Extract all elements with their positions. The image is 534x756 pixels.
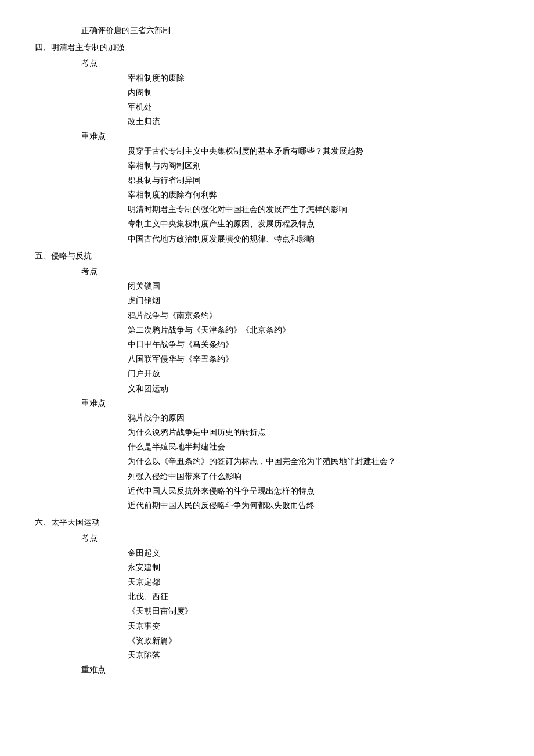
list-item: 近代前期中国人民的反侵略斗争为何都以失败而告终: [128, 498, 499, 513]
list-item: 五、侵略与反抗: [35, 249, 499, 263]
list-item: 正确评价唐的三省六部制: [81, 23, 499, 38]
list-item: 为什么以《辛丑条约》的签订为标志，中国完全沦为半殖民地半封建社会？: [128, 454, 499, 469]
list-item: 鸦片战争的原因: [128, 411, 499, 425]
list-item: 明清时期君主专制的强化对中国社会的发展产生了怎样的影响: [128, 202, 499, 217]
list-item: 六、太平天国运动: [35, 515, 499, 530]
list-item: 重难点: [81, 396, 499, 411]
list-item: 考点: [81, 531, 499, 545]
list-item: 天京定都: [128, 575, 499, 589]
list-item: 天京事变: [128, 619, 499, 633]
list-item: 郡县制与行省制异同: [128, 173, 499, 188]
list-item: 贯穿于古代专制主义中央集权制度的基本矛盾有哪些？其发展趋势: [128, 144, 499, 159]
list-item: 金田起义: [128, 546, 499, 560]
list-item: 永安建制: [128, 560, 499, 575]
list-item: 闭关锁国: [128, 279, 499, 293]
list-item: 宰相制度的废除有何利弊: [128, 188, 499, 202]
list-item: 近代中国人民反抗外来侵略的斗争呈现出怎样的特点: [128, 484, 499, 498]
list-item: 义和团运动: [128, 381, 499, 396]
list-item: 宰相制与内阁制区别: [128, 159, 499, 173]
list-item: 《天朝田亩制度》: [128, 604, 499, 618]
list-item: 重难点: [81, 663, 499, 677]
list-item: 内阁制: [128, 85, 499, 100]
list-item: 第二次鸦片战争与《天津条约》《北京条约》: [128, 323, 499, 337]
list-item: 改土归流: [128, 114, 499, 129]
list-item: 中国古代地方政治制度发展演变的规律、特点和影响: [128, 232, 499, 246]
main-content: 正确评价唐的三省六部制四、明清君主专制的加强考点宰相制度的废除内阁制军机处改土归…: [35, 23, 499, 677]
list-item: 重难点: [81, 129, 499, 143]
list-item: 列强入侵给中国带来了什么影响: [128, 469, 499, 484]
list-item: 军机处: [128, 100, 499, 114]
list-item: 北伐、西征: [128, 589, 499, 604]
list-item: 四、明清君主专制的加强: [35, 40, 499, 55]
list-item: 中日甲午战争与《马关条约》: [128, 337, 499, 352]
list-item: 天京陷落: [128, 648, 499, 663]
list-item: 八国联军侵华与《辛丑条约》: [128, 352, 499, 366]
list-item: 鸦片战争与《南京条约》: [128, 308, 499, 323]
list-item: 宰相制度的废除: [128, 71, 499, 85]
list-item: 虎门销烟: [128, 293, 499, 308]
list-item: 门户开放: [128, 366, 499, 381]
list-item: 专制主义中央集权制度产生的原因、发展历程及特点: [128, 217, 499, 231]
list-item: 为什么说鸦片战争是中国历史的转折点: [128, 425, 499, 440]
list-item: 什么是半殖民地半封建社会: [128, 440, 499, 454]
list-item: 《资政新篇》: [128, 633, 499, 648]
list-item: 考点: [81, 264, 499, 279]
list-item: 考点: [81, 56, 499, 70]
